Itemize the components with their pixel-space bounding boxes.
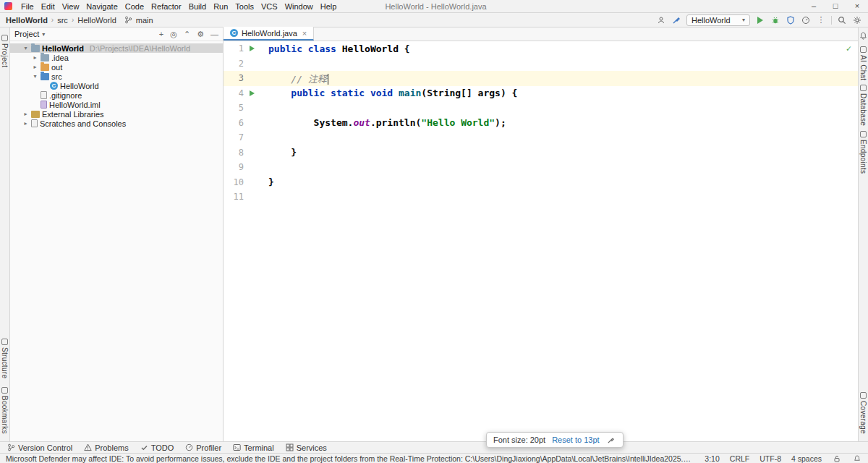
tree-item--idea[interactable]: ▸.idea — [10, 53, 223, 62]
tree-item-label: HelloWorld.iml — [49, 101, 101, 109]
menu-item-code[interactable]: Code — [122, 0, 148, 13]
caret-position[interactable]: 3:10 — [705, 454, 719, 463]
menu-item-edit[interactable]: Edit — [38, 0, 59, 13]
menu-item-window[interactable]: Window — [281, 0, 317, 13]
tool-window-button-terminal[interactable]: Terminal — [233, 443, 274, 452]
chevron-right-icon: › — [51, 16, 54, 24]
menu-item-vcs[interactable]: VCS — [258, 0, 281, 13]
profiler-button[interactable] — [801, 15, 811, 25]
chevron-collapsed-icon[interactable]: ▸ — [22, 111, 29, 117]
tool-stripe-coverage[interactable]: Coverage — [859, 392, 867, 434]
tool-stripe-database[interactable]: Database — [859, 85, 867, 126]
menu-item-navigate[interactable]: Navigate — [82, 0, 121, 13]
file-encoding[interactable]: UTF-8 — [760, 454, 781, 463]
tree-item-src[interactable]: ▾src — [10, 72, 223, 81]
run-gutter-icon[interactable] — [244, 46, 260, 51]
code-line-5[interactable]: 5 — [224, 101, 858, 116]
project-panel-title[interactable]: Project — [14, 30, 39, 38]
tool-window-button-version-control[interactable]: Version Control — [7, 443, 72, 452]
chevron-collapsed-icon[interactable]: ▸ — [32, 64, 38, 70]
code-token: out — [353, 117, 370, 128]
menu-item-file[interactable]: File — [17, 0, 38, 13]
main-area: Project StructureBookmarks Project ▾ + ◎… — [0, 27, 868, 441]
chevron-expanded-icon[interactable]: ▾ — [32, 73, 38, 80]
line-separator[interactable]: CRLF — [730, 454, 749, 463]
editor-tab-helloworld[interactable]: C HelloWorld.java × — [224, 27, 314, 41]
menu-item-tools[interactable]: Tools — [231, 0, 258, 13]
settings-gear-icon[interactable] — [852, 15, 862, 25]
tool-window-button-profiler[interactable]: Profiler — [185, 443, 221, 452]
hide-panel-icon[interactable]: — — [210, 30, 218, 38]
tool-stripe-project[interactable]: Project — [1, 35, 9, 67]
run-gutter-icon[interactable] — [244, 90, 260, 96]
chevron-collapsed-icon[interactable]: ▸ — [32, 54, 38, 61]
code-line-1[interactable]: 1public class HelloWorld { — [224, 41, 858, 56]
tree-item--gitignore[interactable]: .gitignore — [10, 90, 223, 100]
git-branch-widget[interactable]: main — [124, 15, 153, 25]
tool-stripe-label: Bookmarks — [1, 396, 9, 434]
run-configuration-select[interactable]: HelloWorld ▾ — [686, 14, 750, 26]
breadcrumb-item-helloworld[interactable]: HelloWorld — [77, 16, 116, 25]
tool-window-button-todo[interactable]: TODO — [140, 443, 174, 452]
tool-window-button-label: Problems — [95, 443, 128, 452]
collapse-all-icon[interactable]: ⌃ — [184, 30, 190, 39]
chevron-collapsed-icon[interactable]: ▸ — [22, 120, 29, 127]
line-number: 2 — [224, 59, 244, 69]
tool-stripe-structure[interactable]: Structure — [1, 339, 9, 378]
coverage-button[interactable] — [786, 15, 796, 25]
menu-item-view[interactable]: View — [59, 0, 83, 13]
indent-style[interactable]: 4 spaces — [791, 454, 822, 463]
locate-file-icon[interactable]: ◎ — [170, 30, 177, 39]
run-configuration-value: HelloWorld — [692, 16, 731, 25]
code-line-7[interactable]: 7 — [224, 130, 858, 145]
menu-item-help[interactable]: Help — [317, 0, 341, 13]
menu-item-refactor[interactable]: Refactor — [148, 0, 185, 13]
debug-button[interactable] — [770, 15, 780, 25]
tool-stripe-ai-chat[interactable]: AI Chat — [859, 46, 867, 80]
breadcrumb-item-helloworld[interactable]: HelloWorld — [6, 16, 48, 25]
add-icon[interactable]: + — [159, 30, 163, 38]
menu-item-run[interactable]: Run — [210, 0, 231, 13]
code-line-8[interactable]: 8 } — [224, 145, 858, 161]
tree-item-helloworld[interactable]: CHelloWorld — [10, 81, 223, 90]
tool-stripe-bookmarks[interactable]: Bookmarks — [1, 387, 9, 434]
more-actions-icon[interactable]: ⋮ — [816, 15, 826, 25]
maximize-button[interactable]: □ — [825, 0, 846, 12]
tool-window-button-services[interactable]: Services — [286, 443, 327, 452]
code-line-11[interactable]: 11 — [224, 190, 858, 205]
tree-item-out[interactable]: ▸out — [10, 62, 223, 72]
tree-item-helloworld-iml[interactable]: HelloWorld.iml — [10, 100, 223, 109]
search-everywhere-icon[interactable] — [837, 15, 847, 25]
inspections-ok-icon[interactable]: ✓ — [846, 43, 851, 54]
panel-settings-gear-icon[interactable]: ⚙ — [197, 30, 204, 39]
code-line-4[interactable]: 4 public static void main(String[] args)… — [224, 86, 858, 101]
tool-stripe-endpoints[interactable]: Endpoints — [859, 131, 867, 174]
tree-item-external-libraries[interactable]: ▸External Libraries — [10, 109, 223, 119]
code-line-9[interactable]: 9 — [224, 160, 858, 175]
line-number: 1 — [224, 43, 244, 54]
popup-settings-wrench-icon[interactable] — [606, 435, 616, 445]
code-line-2[interactable]: 2 — [224, 56, 858, 72]
tree-item-scratches-and-consoles[interactable]: ▸Scratches and Consoles — [10, 119, 223, 128]
menu-item-build[interactable]: Build — [185, 0, 210, 13]
notifications-bell-icon[interactable] — [859, 30, 868, 41]
minimize-button[interactable]: – — [803, 0, 825, 12]
tool-window-button-label: Version Control — [18, 443, 72, 452]
close-tab-icon[interactable]: × — [302, 29, 307, 38]
reset-font-size-link[interactable]: Reset to 13pt — [552, 436, 599, 444]
close-button[interactable]: × — [846, 0, 868, 12]
code-editor[interactable]: ✓ 1public class HelloWorld {23 // 注释4 pu… — [224, 41, 858, 441]
run-button[interactable] — [755, 15, 765, 25]
status-message[interactable]: Microsoft Defender may affect IDE: To av… — [6, 454, 694, 463]
chevron-expanded-icon[interactable]: ▾ — [22, 45, 29, 51]
code-line-6[interactable]: 6 System.out.println("Hello World"); — [224, 116, 858, 131]
edit-run-config-icon[interactable] — [671, 15, 681, 25]
user-profile-icon[interactable] — [656, 15, 666, 25]
breadcrumb-item-src[interactable]: src — [57, 16, 68, 25]
tree-item-helloworld[interactable]: ▾HelloWorldD:\Projects\IDEA\HelloWorld — [10, 43, 223, 53]
notifications-icon[interactable] — [852, 454, 862, 463]
code-line-10[interactable]: 10} — [224, 175, 858, 190]
tool-window-button-problems[interactable]: Problems — [84, 443, 128, 452]
code-line-3[interactable]: 3 // 注释 — [224, 71, 858, 86]
readonly-lock-icon[interactable] — [832, 454, 842, 463]
